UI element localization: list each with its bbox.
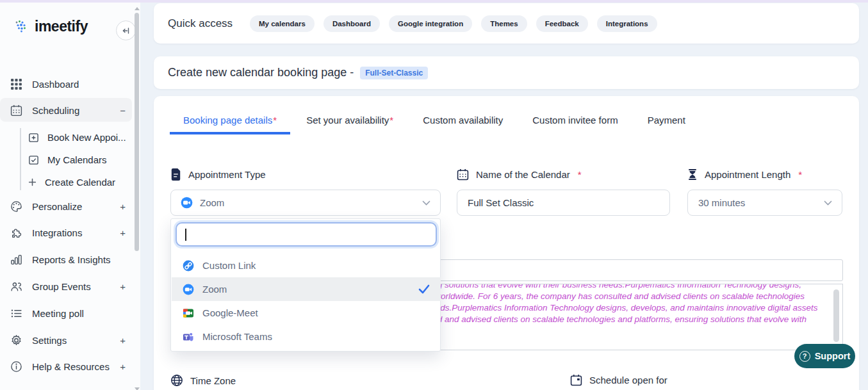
collapse-arrow-icon [121, 26, 131, 36]
booking-form-card: Booking page details* Set your availabil… [154, 96, 859, 390]
grid-icon [10, 78, 22, 90]
sidebar-item-meeting-poll[interactable]: Meeting poll [10, 305, 128, 321]
chip-integrations[interactable]: Integrations [597, 15, 657, 32]
option-zoom[interactable]: Zoom [172, 277, 441, 301]
chip-my-calendars[interactable]: My calendars [250, 15, 315, 32]
sidebar-item-create-calendar[interactable]: Create Calendar [28, 175, 131, 189]
sidebar-collapse-button[interactable] [116, 20, 136, 40]
calendar-name-input[interactable]: Full Set Classic [457, 190, 670, 216]
sidebar-item-label: My Calendars [47, 154, 107, 165]
sidebar-item-integrations[interactable]: Integrations + [10, 224, 128, 241]
sidebar-item-help-resources[interactable]: Help & Resources + [10, 358, 128, 375]
required-star: * [798, 169, 802, 180]
expand-plus[interactable]: + [120, 227, 126, 238]
zoom-icon [181, 197, 193, 209]
sidebar-item-reports-insights[interactable]: Reports & Insights [10, 251, 128, 268]
chip-google-integration[interactable]: Google integration [389, 15, 472, 32]
calendar-navy-icon [457, 168, 469, 181]
sidebar-item-label: Integrations [32, 227, 110, 238]
option-label: Microsoft Teams [202, 331, 272, 342]
selected-value: 30 minutes [698, 197, 745, 208]
hourglass-icon [687, 168, 698, 181]
sidebar-item-label: Meeting poll [32, 308, 128, 319]
schedule-open-label: Schedule open for [570, 374, 667, 386]
sidebar-item-my-calendars[interactable]: My Calendars [28, 152, 131, 167]
link-icon [183, 260, 194, 272]
logo-text: imeetify [35, 18, 88, 35]
calendar-icon [10, 104, 22, 117]
sidebar-item-label: Help & Resources [32, 361, 110, 372]
microsoft-teams-icon [183, 331, 194, 343]
expand-plus[interactable]: + [120, 361, 126, 372]
calendar-plus-icon [28, 132, 39, 143]
tab-label: Custom invitee form [532, 115, 618, 126]
sidebar-item-label: Settings [32, 335, 110, 346]
required-star: * [273, 115, 277, 126]
option-google-meet[interactable]: Google-Meet [172, 301, 441, 325]
chip-themes[interactable]: Themes [481, 15, 527, 32]
tab-payment[interactable]: Payment [634, 108, 699, 134]
page-title: Create new calendar booking page - [168, 66, 354, 79]
option-microsoft-teams[interactable]: Microsoft Teams [172, 325, 441, 348]
check-icon [418, 284, 430, 294]
field-label-text: Appointment Type [188, 169, 266, 180]
sidebar-item-label: Group Events [32, 281, 110, 292]
question-icon: ? [799, 351, 810, 362]
appointment-length-select[interactable]: 30 minutes [687, 190, 842, 216]
tab-custom-invitee-form[interactable]: Custom invitee form [519, 108, 631, 134]
chip-feedback[interactable]: Feedback [536, 15, 588, 32]
quick-access-title: Quick access [168, 17, 233, 30]
input-value: Full Set Classic [468, 197, 534, 208]
sidebar-item-scheduling[interactable]: Scheduling − [10, 102, 128, 118]
tab-label: Set your availability [306, 115, 389, 126]
support-button[interactable]: ? Support [794, 344, 855, 368]
sidebar-item-label: Create Calendar [45, 177, 115, 188]
info-icon [10, 361, 22, 373]
zoom-icon [183, 284, 194, 295]
option-label: Custom Link [202, 260, 256, 271]
field-label-text: Appointment Length [705, 169, 790, 180]
tab-booking-page-details[interactable]: Booking page details* [170, 108, 290, 134]
sidebar-item-label: Scheduling [32, 105, 110, 116]
sidebar-scrollbar[interactable] [134, 5, 140, 390]
expand-plus[interactable]: + [120, 281, 126, 292]
calendar-check-icon [28, 154, 39, 165]
appointment-type-dropdown: Custom Link Zoom [170, 218, 441, 352]
tab-label: Payment [648, 115, 685, 126]
dropdown-search-input[interactable] [176, 222, 437, 247]
appointment-type-select[interactable]: Zoom [170, 190, 441, 216]
scrollbar-thumb[interactable] [135, 13, 139, 251]
description-scrollbar-thumb[interactable] [833, 289, 839, 342]
collapse-minus[interactable]: − [120, 105, 126, 116]
app-logo[interactable]: imeetify [14, 18, 88, 35]
chevron-down-icon [824, 200, 832, 206]
chip-dashboard[interactable]: Dashboard [323, 15, 380, 32]
expand-plus[interactable]: + [120, 201, 126, 212]
people-icon [10, 280, 22, 293]
bar-chart-icon [10, 254, 22, 266]
required-star: * [578, 169, 582, 180]
tab-custom-availability[interactable]: Custom availability [409, 108, 516, 134]
sidebar-item-personalize[interactable]: Personalize + [10, 198, 128, 215]
option-custom-link[interactable]: Custom Link [172, 254, 441, 277]
sidebar-item-dashboard[interactable]: Dashboard [10, 76, 128, 92]
form-tabs: Booking page details* Set your availabil… [170, 108, 699, 134]
required-star: * [389, 115, 393, 126]
sidebar-item-book-new-appointment[interactable]: Book New Appoi... [28, 130, 131, 144]
appointment-type-label: Appointment Type [170, 168, 266, 181]
quick-access-card: Quick access My calendars Dashboard Goog… [154, 3, 859, 44]
option-label: Google-Meet [202, 307, 258, 318]
tab-label: Custom availability [423, 115, 503, 126]
field-label-text: Schedule open for [589, 375, 667, 386]
tab-set-your-availability[interactable]: Set your availability* [293, 108, 407, 134]
page-header-card: Create new calendar booking page - Full-… [154, 56, 859, 89]
scroll-down-arrow-icon[interactable] [135, 387, 140, 390]
sidebar-item-settings[interactable]: Settings + [10, 332, 128, 348]
appointment-length-label: Appointment Length * [687, 168, 802, 181]
list-icon [10, 307, 22, 320]
calendar-range-icon [570, 374, 582, 386]
sidebar-item-group-events[interactable]: Group Events + [10, 278, 128, 295]
sidebar-item-label: Reports & Insights [32, 254, 128, 265]
expand-plus[interactable]: + [120, 335, 126, 346]
scroll-up-arrow-icon[interactable] [135, 7, 140, 10]
